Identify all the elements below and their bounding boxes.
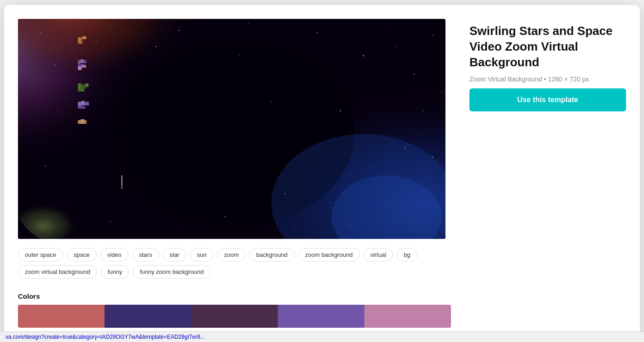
svg-point-63 [179,230,179,231]
color-swatch[interactable] [105,305,191,328]
svg-rect-12 [80,59,84,63]
status-url: va.com/design?create=true&category=tAD29… [6,334,205,340]
svg-point-58 [54,64,55,65]
svg-point-54 [239,55,239,56]
use-template-button[interactable]: Use this template [469,88,626,111]
svg-point-42 [423,110,423,111]
svg-point-52 [294,147,294,148]
colors-label: Colors [18,292,451,300]
tag-item[interactable]: star [163,248,187,261]
svg-point-31 [110,25,110,26]
svg-rect-9 [82,36,86,39]
tags-section: outer spacespacevideostarsstarsunzoombac… [18,248,451,283]
right-panel: Swirling Stars and Space Video Zoom Virt… [469,19,626,337]
svg-point-60 [45,166,46,167]
svg-point-36 [432,35,433,35]
svg-rect-15 [78,66,82,70]
tag-item[interactable]: space [67,248,97,261]
svg-rect-29 [121,185,123,189]
svg-point-61 [64,203,64,203]
svg-rect-10 [78,41,82,44]
svg-rect-24 [78,106,85,109]
tag-item[interactable]: video [100,248,129,261]
svg-point-57 [96,41,96,42]
svg-rect-20 [78,89,84,92]
tag-item[interactable]: bg [397,248,417,261]
color-swatch[interactable] [18,305,105,328]
svg-point-32 [179,30,180,31]
tag-item[interactable]: background [249,248,294,261]
svg-rect-26 [81,119,84,124]
svg-rect-16 [82,65,86,68]
svg-rect-8 [81,37,82,41]
svg-rect-22 [82,101,84,105]
color-swatch[interactable] [278,305,364,328]
svg-rect-19 [86,83,88,87]
color-swatch[interactable] [191,305,278,328]
svg-rect-7 [78,37,81,41]
template-meta: Zoom Virtual Background • 1280 × 720 px [469,75,626,83]
svg-point-43 [441,92,442,93]
left-panel: outer spacespacevideostarsstarsunzoombac… [18,19,451,337]
colors-section: Colors [18,292,451,337]
tag-item[interactable]: virtual [363,248,393,261]
tag-item[interactable]: outer space [18,248,63,261]
svg-point-41 [340,110,341,111]
svg-point-59 [59,110,59,111]
svg-rect-18 [81,84,86,89]
svg-point-56 [156,46,157,47]
svg-point-64 [225,216,226,217]
status-bar: va.com/design?create=true&category=tAD29… [0,331,644,342]
svg-point-34 [317,32,318,33]
svg-rect-17 [78,83,81,89]
svg-point-30 [41,32,41,33]
svg-point-35 [386,28,386,28]
modal-body: outer spacespacevideostarsstarsunzoombac… [4,5,640,337]
template-title: Swirling Stars and Space Video Zoom Virt… [469,23,626,70]
tag-item[interactable]: funny [101,265,129,278]
color-swatch[interactable] [364,305,451,328]
tag-item[interactable]: zoom [217,248,246,261]
svg-point-33 [248,23,248,23]
svg-point-55 [206,87,207,88]
tag-item[interactable]: sun [190,248,214,261]
svg-rect-27 [84,120,87,124]
svg-point-40 [381,87,382,88]
tag-item[interactable]: funny zoom background [133,265,211,278]
preview-image [18,19,445,239]
svg-rect-25 [78,120,81,124]
svg-rect-13 [84,60,87,63]
svg-point-38 [395,46,396,46]
svg-point-39 [414,74,415,75]
color-swatches [18,305,451,328]
svg-point-62 [110,221,111,222]
tag-item[interactable]: zoom background [298,248,359,261]
svg-rect-28 [121,175,123,185]
tag-item[interactable]: stars [132,248,159,261]
svg-point-53 [271,101,272,102]
modal-container: outer spacespacevideostarsstarsunzoombac… [4,5,640,337]
svg-rect-23 [84,102,89,105]
svg-point-37 [363,55,364,56]
tag-item[interactable]: zoom virtual background [18,265,97,278]
svg-rect-21 [78,102,82,106]
